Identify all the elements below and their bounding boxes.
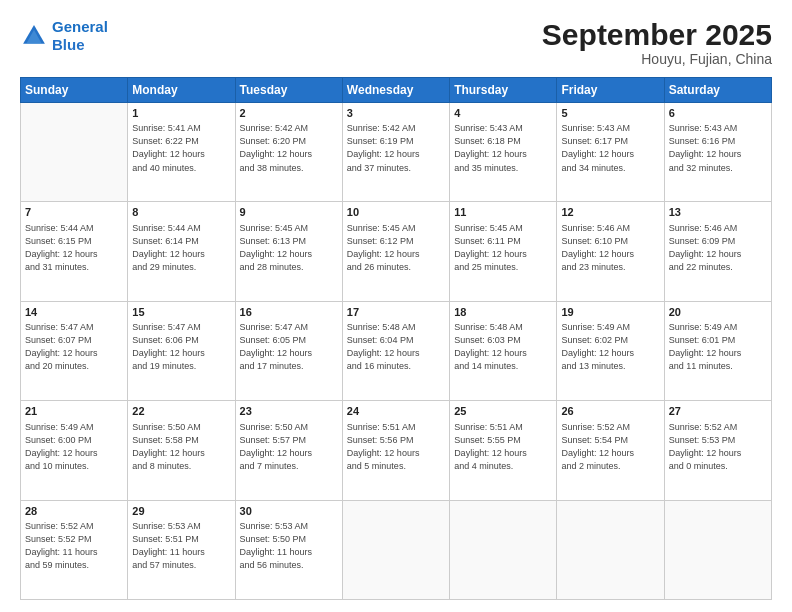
day-number: 24 (347, 404, 445, 419)
calendar-cell (557, 500, 664, 599)
calendar-cell: 3Sunrise: 5:42 AM Sunset: 6:19 PM Daylig… (342, 103, 449, 202)
day-number: 30 (240, 504, 338, 519)
calendar-cell: 16Sunrise: 5:47 AM Sunset: 6:05 PM Dayli… (235, 301, 342, 400)
calendar-table: SundayMondayTuesdayWednesdayThursdayFrid… (20, 77, 772, 600)
calendar-cell: 2Sunrise: 5:42 AM Sunset: 6:20 PM Daylig… (235, 103, 342, 202)
day-number: 19 (561, 305, 659, 320)
logo-line1: General (52, 18, 108, 35)
day-number: 20 (669, 305, 767, 320)
day-number: 23 (240, 404, 338, 419)
calendar-cell: 13Sunrise: 5:46 AM Sunset: 6:09 PM Dayli… (664, 202, 771, 301)
day-info: Sunrise: 5:47 AM Sunset: 6:07 PM Dayligh… (25, 321, 123, 373)
calendar-cell: 27Sunrise: 5:52 AM Sunset: 5:53 PM Dayli… (664, 401, 771, 500)
calendar-week-row: 1Sunrise: 5:41 AM Sunset: 6:22 PM Daylig… (21, 103, 772, 202)
calendar-week-row: 14Sunrise: 5:47 AM Sunset: 6:07 PM Dayli… (21, 301, 772, 400)
day-info: Sunrise: 5:43 AM Sunset: 6:18 PM Dayligh… (454, 122, 552, 174)
day-number: 8 (132, 205, 230, 220)
title-block: September 2025 Houyu, Fujian, China (542, 18, 772, 67)
day-info: Sunrise: 5:49 AM Sunset: 6:02 PM Dayligh… (561, 321, 659, 373)
day-info: Sunrise: 5:48 AM Sunset: 6:04 PM Dayligh… (347, 321, 445, 373)
calendar-week-row: 21Sunrise: 5:49 AM Sunset: 6:00 PM Dayli… (21, 401, 772, 500)
calendar-cell (21, 103, 128, 202)
day-number: 5 (561, 106, 659, 121)
calendar-cell: 30Sunrise: 5:53 AM Sunset: 5:50 PM Dayli… (235, 500, 342, 599)
day-info: Sunrise: 5:46 AM Sunset: 6:10 PM Dayligh… (561, 222, 659, 274)
calendar-cell: 18Sunrise: 5:48 AM Sunset: 6:03 PM Dayli… (450, 301, 557, 400)
day-info: Sunrise: 5:48 AM Sunset: 6:03 PM Dayligh… (454, 321, 552, 373)
day-info: Sunrise: 5:44 AM Sunset: 6:15 PM Dayligh… (25, 222, 123, 274)
day-number: 10 (347, 205, 445, 220)
day-info: Sunrise: 5:51 AM Sunset: 5:56 PM Dayligh… (347, 421, 445, 473)
weekday-header: Tuesday (235, 78, 342, 103)
day-number: 15 (132, 305, 230, 320)
day-info: Sunrise: 5:45 AM Sunset: 6:12 PM Dayligh… (347, 222, 445, 274)
calendar-cell: 14Sunrise: 5:47 AM Sunset: 6:07 PM Dayli… (21, 301, 128, 400)
calendar-cell: 15Sunrise: 5:47 AM Sunset: 6:06 PM Dayli… (128, 301, 235, 400)
weekday-header: Thursday (450, 78, 557, 103)
calendar-header-row: SundayMondayTuesdayWednesdayThursdayFrid… (21, 78, 772, 103)
calendar-cell: 22Sunrise: 5:50 AM Sunset: 5:58 PM Dayli… (128, 401, 235, 500)
day-number: 3 (347, 106, 445, 121)
day-number: 2 (240, 106, 338, 121)
calendar-cell: 9Sunrise: 5:45 AM Sunset: 6:13 PM Daylig… (235, 202, 342, 301)
day-info: Sunrise: 5:45 AM Sunset: 6:11 PM Dayligh… (454, 222, 552, 274)
calendar-cell: 24Sunrise: 5:51 AM Sunset: 5:56 PM Dayli… (342, 401, 449, 500)
day-info: Sunrise: 5:46 AM Sunset: 6:09 PM Dayligh… (669, 222, 767, 274)
day-info: Sunrise: 5:42 AM Sunset: 6:19 PM Dayligh… (347, 122, 445, 174)
day-info: Sunrise: 5:52 AM Sunset: 5:52 PM Dayligh… (25, 520, 123, 572)
day-number: 12 (561, 205, 659, 220)
day-info: Sunrise: 5:47 AM Sunset: 6:06 PM Dayligh… (132, 321, 230, 373)
day-info: Sunrise: 5:52 AM Sunset: 5:54 PM Dayligh… (561, 421, 659, 473)
day-info: Sunrise: 5:45 AM Sunset: 6:13 PM Dayligh… (240, 222, 338, 274)
day-number: 4 (454, 106, 552, 121)
day-info: Sunrise: 5:43 AM Sunset: 6:17 PM Dayligh… (561, 122, 659, 174)
day-info: Sunrise: 5:42 AM Sunset: 6:20 PM Dayligh… (240, 122, 338, 174)
calendar-cell: 6Sunrise: 5:43 AM Sunset: 6:16 PM Daylig… (664, 103, 771, 202)
logo-icon (20, 22, 48, 50)
calendar-cell: 7Sunrise: 5:44 AM Sunset: 6:15 PM Daylig… (21, 202, 128, 301)
day-number: 18 (454, 305, 552, 320)
header: General Blue September 2025 Houyu, Fujia… (20, 18, 772, 67)
calendar-cell: 8Sunrise: 5:44 AM Sunset: 6:14 PM Daylig… (128, 202, 235, 301)
day-number: 7 (25, 205, 123, 220)
month-title: September 2025 (542, 18, 772, 51)
day-number: 25 (454, 404, 552, 419)
calendar-cell: 10Sunrise: 5:45 AM Sunset: 6:12 PM Dayli… (342, 202, 449, 301)
day-number: 9 (240, 205, 338, 220)
day-number: 17 (347, 305, 445, 320)
day-info: Sunrise: 5:53 AM Sunset: 5:50 PM Dayligh… (240, 520, 338, 572)
day-number: 11 (454, 205, 552, 220)
day-number: 28 (25, 504, 123, 519)
calendar-week-row: 28Sunrise: 5:52 AM Sunset: 5:52 PM Dayli… (21, 500, 772, 599)
day-number: 27 (669, 404, 767, 419)
day-info: Sunrise: 5:43 AM Sunset: 6:16 PM Dayligh… (669, 122, 767, 174)
logo-text: General Blue (52, 18, 108, 54)
calendar-cell (342, 500, 449, 599)
day-info: Sunrise: 5:47 AM Sunset: 6:05 PM Dayligh… (240, 321, 338, 373)
day-number: 13 (669, 205, 767, 220)
calendar-cell (664, 500, 771, 599)
calendar-cell: 19Sunrise: 5:49 AM Sunset: 6:02 PM Dayli… (557, 301, 664, 400)
calendar-cell: 26Sunrise: 5:52 AM Sunset: 5:54 PM Dayli… (557, 401, 664, 500)
day-info: Sunrise: 5:50 AM Sunset: 5:58 PM Dayligh… (132, 421, 230, 473)
calendar-cell: 12Sunrise: 5:46 AM Sunset: 6:10 PM Dayli… (557, 202, 664, 301)
calendar-cell: 5Sunrise: 5:43 AM Sunset: 6:17 PM Daylig… (557, 103, 664, 202)
day-number: 1 (132, 106, 230, 121)
day-number: 29 (132, 504, 230, 519)
weekday-header: Sunday (21, 78, 128, 103)
page: General Blue September 2025 Houyu, Fujia… (0, 0, 792, 612)
day-info: Sunrise: 5:49 AM Sunset: 6:01 PM Dayligh… (669, 321, 767, 373)
calendar-cell: 29Sunrise: 5:53 AM Sunset: 5:51 PM Dayli… (128, 500, 235, 599)
weekday-header: Wednesday (342, 78, 449, 103)
calendar-cell: 28Sunrise: 5:52 AM Sunset: 5:52 PM Dayli… (21, 500, 128, 599)
calendar-cell: 11Sunrise: 5:45 AM Sunset: 6:11 PM Dayli… (450, 202, 557, 301)
day-info: Sunrise: 5:49 AM Sunset: 6:00 PM Dayligh… (25, 421, 123, 473)
day-info: Sunrise: 5:50 AM Sunset: 5:57 PM Dayligh… (240, 421, 338, 473)
calendar-cell: 1Sunrise: 5:41 AM Sunset: 6:22 PM Daylig… (128, 103, 235, 202)
weekday-header: Friday (557, 78, 664, 103)
day-number: 22 (132, 404, 230, 419)
logo-line2: Blue (52, 36, 85, 53)
calendar-cell: 17Sunrise: 5:48 AM Sunset: 6:04 PM Dayli… (342, 301, 449, 400)
day-info: Sunrise: 5:44 AM Sunset: 6:14 PM Dayligh… (132, 222, 230, 274)
calendar-cell: 25Sunrise: 5:51 AM Sunset: 5:55 PM Dayli… (450, 401, 557, 500)
